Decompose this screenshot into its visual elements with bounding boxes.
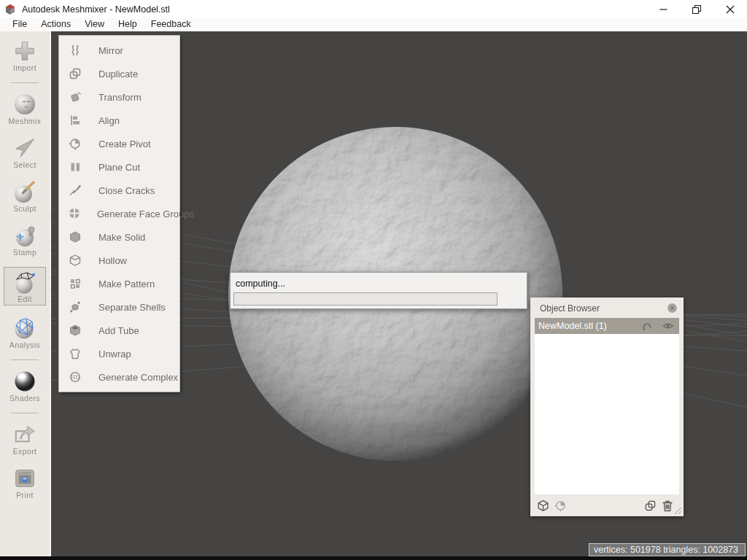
window-title: Autodesk Meshmixer - NewModel.stl xyxy=(22,4,170,15)
toolbar-select-button[interactable]: Select xyxy=(12,136,37,169)
make-pattern-icon xyxy=(68,277,82,291)
object-browser-panel: Object Browser ✕ NewModel.stl (1) xyxy=(530,298,684,516)
edit-menu-item-mirror[interactable]: Mirror xyxy=(59,39,179,62)
generate-face-groups-icon xyxy=(68,207,81,221)
stamp-fleur-icon: ⚜ xyxy=(12,223,37,247)
transform-icon xyxy=(68,90,82,104)
menu-help[interactable]: Help xyxy=(112,19,144,31)
meshmixer-window: Autodesk Meshmixer - NewModel.stl File A… xyxy=(0,0,747,560)
make-solid-icon xyxy=(68,230,82,244)
title-bar: Autodesk Meshmixer - NewModel.stl xyxy=(0,0,747,18)
add-tube-icon xyxy=(68,324,82,338)
meshmix-sphere-icon xyxy=(12,92,37,116)
close-button[interactable] xyxy=(713,0,747,18)
add-object-cube-icon[interactable] xyxy=(537,499,549,512)
import-plus-icon xyxy=(12,39,37,63)
sculpt-brush-sphere-icon xyxy=(12,179,37,203)
edit-menu-item-unwrap[interactable]: Unwrap xyxy=(59,342,179,365)
object-list: NewModel.stl (1) xyxy=(535,318,679,494)
menu-actions[interactable]: Actions xyxy=(34,19,78,31)
edit-menu-item-make-solid[interactable]: Make Solid xyxy=(59,225,179,249)
edit-wireframe-sphere-icon xyxy=(12,270,37,294)
object-browser-close-icon[interactable]: ✕ xyxy=(667,303,677,313)
separate-shells-icon xyxy=(68,300,82,314)
edit-menu-item-generate-complex[interactable]: Generate Complex xyxy=(59,365,179,389)
minimize-button[interactable] xyxy=(646,0,680,18)
toolbar-stamp-button[interactable]: ⚜ Stamp xyxy=(12,223,37,257)
computing-dialog: computing... xyxy=(230,272,527,309)
toolbar-analysis-button[interactable]: Analysis xyxy=(9,316,40,349)
meshmixer-logo-icon xyxy=(4,4,16,15)
select-arrow-icon xyxy=(12,136,37,160)
restore-button[interactable] xyxy=(680,0,713,18)
edit-menu-item-close-cracks[interactable]: Close Cracks xyxy=(59,179,179,202)
toolbar-export-button[interactable]: Export xyxy=(12,422,37,456)
shaders-chrome-sphere-icon xyxy=(12,369,37,393)
object-browser-footer xyxy=(537,499,673,512)
panel-resize-grip[interactable] xyxy=(673,506,682,515)
menu-feedback[interactable]: Feedback xyxy=(144,19,198,31)
edit-menu-item-make-pattern[interactable]: Make Pattern xyxy=(59,272,179,295)
menu-view[interactable]: View xyxy=(78,19,112,31)
unwrap-icon xyxy=(68,347,82,361)
edit-menu-item-add-tube[interactable]: Add Tube xyxy=(59,319,179,342)
status-bar: vertices: 501978 triangles: 1002873 xyxy=(589,543,746,556)
edit-menu-item-separate-shells[interactable]: Separate Shells xyxy=(59,295,179,319)
menu-file[interactable]: File xyxy=(6,19,34,31)
edit-menu-item-hollow[interactable]: Hollow xyxy=(59,249,179,272)
toolbar-sculpt-button[interactable]: Sculpt xyxy=(12,179,37,213)
edit-menu-item-generate-face-groups[interactable]: Generate Face Groups xyxy=(59,202,179,225)
edit-submenu-panel: Mirror Duplicate Transform xyxy=(58,35,180,392)
duplicate-icon xyxy=(68,67,82,81)
analysis-mesh-sphere-icon xyxy=(12,316,37,340)
mirror-icon xyxy=(68,44,82,58)
visibility-eye-icon[interactable] xyxy=(662,322,674,330)
svg-text:⚜: ⚜ xyxy=(15,231,25,244)
toolbar-meshmix-button[interactable]: Meshmix xyxy=(9,92,42,125)
toolbar-import-button[interactable]: Import xyxy=(12,39,37,72)
menu-bar: File Actions View Help Feedback xyxy=(0,18,747,31)
print-3d-printer-icon xyxy=(12,466,37,490)
export-arrow-icon xyxy=(12,422,37,446)
generate-complex-icon xyxy=(68,370,82,384)
magnet-icon[interactable] xyxy=(641,321,652,332)
edit-menu-item-transform[interactable]: Transform xyxy=(59,85,179,109)
close-cracks-icon xyxy=(68,184,82,198)
main-toolbar: Import Meshmix Select xyxy=(0,31,51,556)
toolbar-print-button[interactable]: Print xyxy=(12,466,37,499)
create-pivot-icon xyxy=(68,137,82,151)
toolbar-separator xyxy=(11,359,39,360)
plane-cut-icon xyxy=(68,160,82,174)
computing-message: computing... xyxy=(236,279,527,289)
edit-menu-item-duplicate[interactable]: Duplicate xyxy=(59,62,179,85)
toolbar-separator xyxy=(11,413,39,413)
duplicate-object-icon[interactable] xyxy=(644,499,657,512)
object-row-newmodel[interactable]: NewModel.stl (1) xyxy=(535,318,679,334)
toolbar-separator xyxy=(11,82,39,83)
progress-bar xyxy=(233,292,498,306)
edit-menu-item-align[interactable]: Align xyxy=(59,109,179,132)
object-browser-title: Object Browser xyxy=(530,298,684,314)
toolbar-edit-button[interactable]: Edit xyxy=(4,267,46,306)
edit-menu-item-create-pivot[interactable]: Create Pivot xyxy=(59,132,179,155)
toolbar-shaders-button[interactable]: Shaders xyxy=(9,369,40,402)
align-icon xyxy=(68,114,82,128)
pivot-icon[interactable] xyxy=(554,499,567,512)
object-row-label: NewModel.stl (1) xyxy=(538,321,631,331)
hollow-icon xyxy=(68,254,82,268)
delete-trash-icon[interactable] xyxy=(662,499,673,512)
edit-menu-item-plane-cut[interactable]: Plane Cut xyxy=(59,155,179,179)
